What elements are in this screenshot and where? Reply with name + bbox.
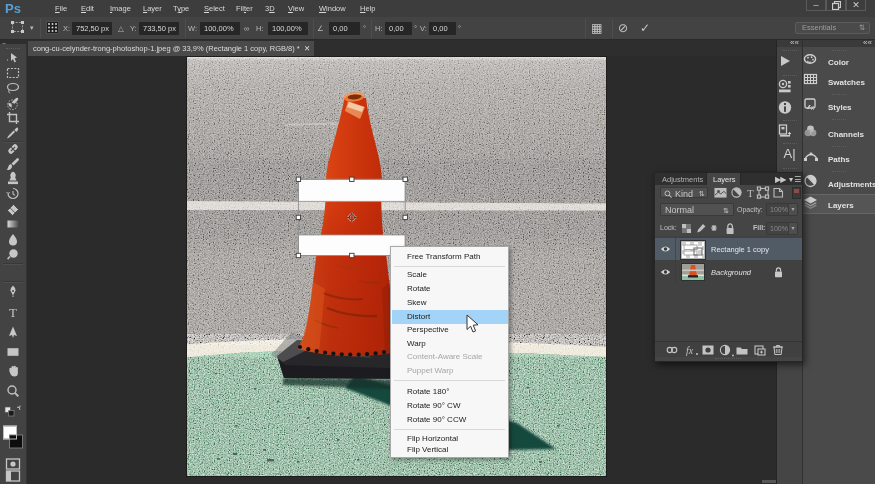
svg-text:T: T: [747, 187, 754, 199]
svg-text:fx: fx: [686, 345, 694, 356]
svg-text:T: T: [9, 305, 17, 320]
